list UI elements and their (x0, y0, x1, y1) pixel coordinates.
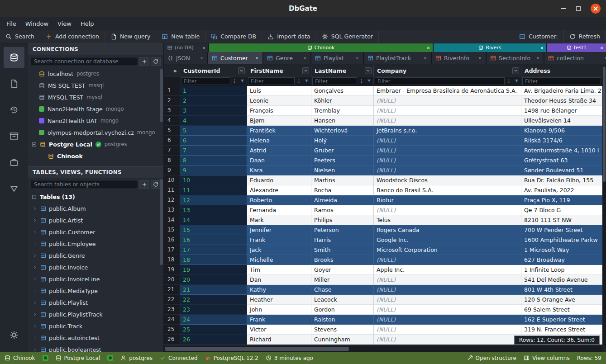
column-header-firstname[interactable]: FirstName (247, 66, 311, 76)
table-row[interactable]: 2424FrankRalston(NULL)162 E Superior Str… (164, 315, 602, 325)
column-menu-icon[interactable] (512, 67, 519, 74)
close-icon[interactable] (600, 46, 604, 50)
cell-lastname[interactable]: Ramos (311, 205, 374, 215)
table-row[interactable]: 2323JohnGordon(NULL)69 Salem Street (164, 305, 602, 315)
filter-menu-icon[interactable] (296, 77, 302, 85)
close-icon[interactable] (200, 56, 204, 60)
cell-company[interactable]: (NULL) (374, 156, 521, 165)
cell-customerid[interactable]: 17 (180, 245, 247, 255)
close-icon[interactable] (355, 56, 359, 60)
table-row[interactable]: 2525VictorStevens(NULL)319 N. Frances St… (164, 325, 602, 335)
row-number[interactable]: 3 (164, 106, 180, 116)
cell-company[interactable]: (NULL) (374, 315, 521, 325)
cell-lastname[interactable]: Stevens (311, 325, 374, 335)
cell-customerid[interactable]: 7 (180, 146, 247, 156)
cell-customerid[interactable]: 21 (180, 285, 247, 295)
cell-lastname[interactable]: Nielsen (311, 165, 374, 175)
cell-customerid[interactable]: 10 (180, 175, 247, 185)
cell-firstname[interactable]: Roberto (247, 195, 311, 205)
cell-company[interactable]: Woodstock Discos (374, 175, 521, 185)
table-public-booleantest[interactable]: public.booleantest (28, 344, 163, 352)
connection-olympus-medportal-vychozi-cz[interactable]: olympus-medportal.vychozi.czmongo (28, 127, 163, 138)
cell-address[interactable]: Klanova 9/506 (521, 126, 602, 136)
table-row[interactable]: 1010EduardoMartinsWoodstock DiscosRua Dr… (164, 175, 602, 185)
database-chinook[interactable]: Chinook (28, 150, 163, 162)
cell-address[interactable]: 319 N. Frances Street (521, 325, 602, 335)
row-number[interactable]: 19 (164, 265, 180, 275)
row-number[interactable]: 12 (164, 195, 180, 205)
close-icon[interactable] (426, 46, 430, 50)
cell-company[interactable]: (NULL) (374, 205, 521, 215)
table-row[interactable]: 11LuísGonçalvesEmbraer - Empresa Brasile… (164, 86, 602, 96)
rail-history[interactable] (4, 99, 24, 120)
tab-collection[interactable]: collection (544, 52, 606, 64)
cell-address[interactable]: 700 W Pender Street (521, 225, 602, 235)
close-button[interactable] (591, 4, 601, 14)
menu-view[interactable]: View (53, 19, 76, 28)
table-row[interactable]: 1111AlexandreRochaBanco do Brasil S.A.Av… (164, 185, 602, 195)
row-number[interactable]: 26 (164, 335, 180, 345)
toolbar-search[interactable]: Search (0, 30, 40, 43)
column-header-lastname[interactable]: LastName (311, 66, 374, 76)
cell-firstname[interactable]: Tim (247, 265, 311, 275)
connection-mysql-test[interactable]: MYSQL TESTmysql (28, 91, 163, 103)
cell-lastname[interactable]: Goyer (311, 265, 374, 275)
cell-lastname[interactable]: Gruber (311, 146, 374, 156)
menu-window[interactable]: Window (21, 19, 53, 28)
cell-firstname[interactable]: Kara (247, 165, 311, 175)
cell-address[interactable]: 1498 rue Bélanger (521, 106, 602, 116)
table-row[interactable]: 1414MarkPhilipsTelus8210 111 ST NW (164, 215, 602, 225)
cell-lastname[interactable]: Peeters (311, 156, 374, 165)
cell-lastname[interactable]: Brooks (311, 255, 374, 265)
tables-search-input[interactable] (31, 180, 138, 189)
refresh-connections-button[interactable] (151, 57, 161, 66)
cell-lastname[interactable]: Almeida (311, 195, 374, 205)
menu-file[interactable]: File (2, 19, 21, 28)
filter-funnel-icon[interactable] (303, 77, 310, 85)
cell-firstname[interactable]: Richard (247, 335, 311, 345)
close-icon[interactable] (536, 56, 540, 60)
row-number[interactable]: 4 (164, 116, 180, 126)
cell-firstname[interactable]: Fernanda (247, 205, 311, 215)
menu-help[interactable]: Help (76, 19, 99, 28)
cell-address[interactable]: 801 W 4th Street (521, 285, 602, 295)
cell-customerid[interactable]: 20 (180, 275, 247, 285)
table-public-track[interactable]: public.Track (28, 320, 163, 332)
tab-customer[interactable]: Customer (208, 52, 263, 64)
column-menu-icon[interactable] (365, 67, 372, 74)
table-row[interactable]: 1919TimGoyerApple Inc.1 Infinite Loop (164, 265, 602, 275)
toolbar-new-table[interactable]: New table (156, 30, 205, 43)
table-public-employee[interactable]: public.Employee (28, 238, 163, 250)
cell-firstname[interactable]: Jack (247, 245, 311, 255)
row-number[interactable]: 22 (164, 295, 180, 305)
row-number[interactable]: 20 (164, 275, 180, 285)
cell-customerid[interactable]: 18 (180, 255, 247, 265)
column-header-customerid[interactable]: CustomerId (180, 66, 247, 76)
cell-customerid[interactable]: 2 (180, 96, 247, 106)
scrollbar-thumb[interactable] (165, 347, 349, 351)
rail-archive[interactable] (4, 126, 24, 147)
tab-json[interactable]: JSON (164, 52, 208, 64)
cell-lastname[interactable]: Smith (311, 245, 374, 255)
cell-lastname[interactable]: Gordon (311, 305, 374, 315)
table-row[interactable]: 1313FernandaRamos(NULL)Qe 7 Bloco G (164, 205, 602, 215)
cell-lastname[interactable]: Gonçalves (311, 86, 374, 96)
cell-lastname[interactable]: Peterson (311, 225, 374, 235)
tab-group-no-db[interactable]: (no DB) (164, 43, 208, 52)
cell-company[interactable]: Embraer - Empresa Brasileira de Aeronáut… (374, 86, 521, 96)
row-number[interactable]: 11 (164, 185, 180, 195)
cell-customerid[interactable]: 16 (180, 235, 247, 245)
table-public-autoinctest[interactable]: public.autoinctest (28, 332, 163, 344)
filter-input[interactable]: Filter (522, 77, 601, 85)
cell-address[interactable]: Rotenturmstraße 4, 1010 I (521, 146, 602, 156)
cell-company[interactable]: JetBrains s.r.o. (374, 126, 521, 136)
cell-company[interactable]: Google Inc. (374, 235, 521, 245)
row-number[interactable]: 18 (164, 255, 180, 265)
cell-company[interactable]: (NULL) (374, 275, 521, 285)
grid-corner-button[interactable]: » (164, 66, 180, 76)
cell-customerid[interactable]: 1 (180, 86, 247, 96)
cell-firstname[interactable]: Helena (247, 136, 311, 146)
add-connection-button[interactable] (139, 57, 149, 66)
table-public-playlist[interactable]: public.Playlist (28, 297, 163, 308)
cell-address[interactable]: Ullevålsveien 14 (521, 116, 602, 126)
